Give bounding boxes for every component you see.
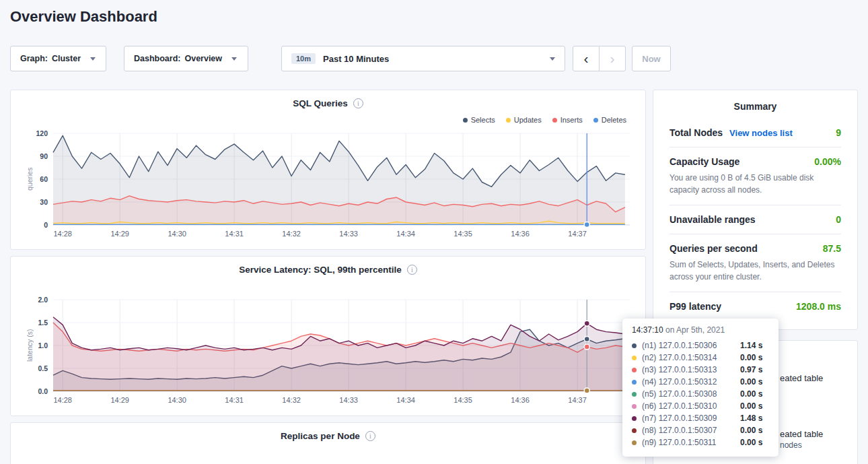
now-button[interactable]: Now [632,46,671,71]
overview-dashboard-page: Overview Dashboard Graph: Cluster Dashbo… [0,0,868,464]
tooltip-rows: (n1) 127.0.0.1:50306 1.14 s (n2) 127.0.0… [632,339,769,449]
tooltip-node-value: 0.97 s [740,365,762,374]
node-color-dot [632,404,637,409]
svg-text:14:29: 14:29 [110,230,129,238]
svg-text:14:37: 14:37 [568,230,587,238]
svg-text:14:35: 14:35 [454,230,472,238]
legend-color-dot [506,118,511,123]
tooltip-node-value: 0.00 s [740,401,762,411]
svg-text:14:32: 14:32 [282,230,301,238]
tooltip-node-value: 0.00 s [740,438,762,447]
legend-color-dot [593,118,598,123]
tooltip-node-address: (n1) 127.0.0.1:50306 [642,341,740,350]
summary-row-qps: Queries per second 87.5 Sum of Selects, … [670,234,841,292]
time-range-label: Past 10 Minutes [323,54,389,64]
tooltip-time: 14:37:10 [632,325,663,335]
chart-title-row: Service Latency: SQL, 99th percentile i [11,265,645,275]
tooltip-row: (n3) 127.0.0.1:50313 0.97 s [632,364,769,376]
event-text-fragment[interactable]: eated table [780,429,823,439]
summary-row-total-nodes: Total Nodes View nodes list 9 [670,119,841,147]
time-prev-button[interactable]: ‹ [573,46,600,71]
info-icon[interactable]: i [365,431,375,441]
tooltip-node-value: 1.48 s [740,413,762,423]
unavailable-ranges-label: Unavailable ranges [670,214,756,225]
chevron-down-icon [231,57,237,61]
chart-tooltip: 14:37:10 on Apr 5th, 2021 (n1) 127.0.0.1… [622,319,779,457]
tooltip-date: on Apr 5th, 2021 [665,325,725,335]
graph-dropdown-label: Graph: [20,54,48,63]
p99-latency-label: P99 latency [670,301,721,312]
chevron-down-icon [90,57,96,61]
legend-color-dot [552,118,557,123]
summary-row-unavailable-ranges: Unavailable ranges 0 [670,205,841,234]
svg-text:1.5: 1.5 [38,319,48,327]
tooltip-node-value: 0.00 s [740,353,762,362]
svg-text:2.0: 2.0 [38,296,48,304]
tooltip-timestamp: 14:37:10 on Apr 5th, 2021 [632,325,769,335]
node-color-dot [632,368,637,372]
chart-title: SQL Queries [293,98,348,108]
info-icon[interactable]: i [407,265,417,275]
total-nodes-label: Total Nodes [670,127,723,138]
tooltip-row: (n8) 127.0.0.1:50307 0.00 s [632,424,769,436]
dashboard-dropdown[interactable]: Dashboard: Overview [124,46,248,71]
view-nodes-list-link[interactable]: View nodes list [729,128,793,138]
sql-queries-panel: SQL Queries i Selects Updates Inserts [10,90,646,250]
tooltip-node-address: (n3) 127.0.0.1:50313 [642,365,740,374]
tooltip-node-address: (n6) 127.0.0.1:50310 [642,401,740,411]
tooltip-node-address: (n9) 127.0.0.1:50311 [642,438,740,447]
node-color-dot [632,440,637,445]
tooltip-node-address: (n5) 127.0.0.1:50308 [642,389,740,399]
tooltip-node-address: (n4) 127.0.0.1:50312 [642,377,740,387]
capacity-value: 0.00% [814,156,841,167]
tooltip-node-value: 0.00 s [740,377,762,387]
svg-text:14:28: 14:28 [53,230,72,238]
now-button-label: Now [642,54,660,64]
service-latency-chart[interactable]: 14:2814:2914:3014:3114:3214:3314:3414:35… [11,289,647,405]
tooltip-node-address: (n8) 127.0.0.1:50307 [642,426,740,435]
svg-text:90: 90 [40,152,48,160]
summary-row-capacity: Capacity Usage 0.00% You are using 0 B o… [670,147,841,205]
svg-text:14:32: 14:32 [282,396,301,404]
svg-text:14:30: 14:30 [168,230,186,238]
event-text-fragment[interactable]: eated table [780,373,823,383]
time-range-selector[interactable]: 10m Past 10 Minutes [281,46,565,71]
svg-text:14:37: 14:37 [568,396,587,404]
svg-text:14:28: 14:28 [53,396,72,404]
time-next-button[interactable]: › [599,46,626,71]
svg-text:30: 30 [40,198,48,206]
capacity-description: You are using 0 B of 4.5 GiB usable disk… [670,172,841,196]
dashboard-dropdown-value: Overview [184,54,222,63]
svg-text:14:35: 14:35 [454,396,472,404]
graph-dropdown[interactable]: Graph: Cluster [10,46,106,71]
tooltip-node-address: (n2) 127.0.0.1:50314 [642,353,740,362]
svg-text:14:34: 14:34 [396,396,415,404]
svg-text:120: 120 [36,129,48,137]
svg-text:14:33: 14:33 [339,230,358,238]
event-text-fragment: nodes [780,440,802,450]
svg-text:14:31: 14:31 [225,396,244,404]
chevron-right-icon: › [610,47,615,70]
svg-text:14:34: 14:34 [396,230,415,238]
chart-title-row: Replicas per Node i [11,431,645,441]
dashboard-dropdown-label: Dashboard: [134,54,180,63]
unavailable-ranges-value: 0 [836,214,841,225]
sql-queries-chart[interactable]: 14:2814:2914:3014:3114:3214:3314:3414:35… [11,123,647,238]
info-icon[interactable]: i [353,98,363,108]
svg-text:0.0: 0.0 [38,387,48,395]
tooltip-row: (n9) 127.0.0.1:50311 0.00 s [632,436,769,449]
tooltip-row: (n1) 127.0.0.1:50306 1.14 s [632,339,769,352]
svg-text:14:36: 14:36 [511,396,530,404]
chevron-down-icon [550,57,555,61]
node-color-dot [632,356,637,360]
node-color-dot [632,343,637,348]
tooltip-node-value: 0.00 s [740,389,762,399]
svg-text:0: 0 [44,221,48,229]
svg-text:0.5: 0.5 [38,364,48,372]
time-range-badge: 10m [291,53,316,64]
tooltip-row: (n4) 127.0.0.1:50312 0.00 s [632,376,769,388]
chevron-left-icon: ‹ [584,47,589,70]
total-nodes-value: 9 [836,127,841,138]
page-title: Overview Dashboard [10,8,157,26]
tooltip-node-address: (n7) 127.0.0.1:50309 [642,413,740,423]
